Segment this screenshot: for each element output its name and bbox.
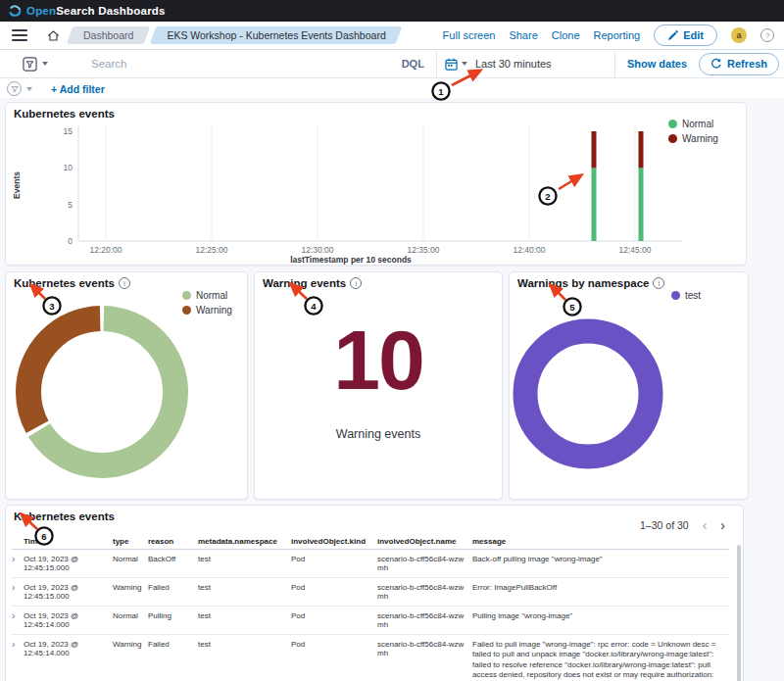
saved-query-icon[interactable] (23, 57, 48, 72)
cell-message: Failed to pull image "wrong-image": rpc … (472, 640, 729, 681)
events-table: Time type reason metadata.namespace invo… (12, 533, 729, 681)
nav-bar: Dashboard EKS Workshop - Kubernetes Even… (0, 22, 784, 50)
reporting-link[interactable]: Reporting (594, 29, 641, 41)
cell-reason: Failed (148, 640, 198, 649)
time-range-value[interactable]: Last 30 minutes (475, 58, 614, 70)
cell-namespace: test (198, 611, 291, 620)
add-filter-button[interactable]: + Add filter (51, 83, 105, 95)
panel-kubernetes-events-histogram: Kubernetes events 15 10 5 0 12:20:00 (5, 102, 747, 266)
y-axis-ticks: 15 10 5 0 (64, 126, 74, 246)
svg-text:5: 5 (68, 200, 73, 210)
opensearch-logo-icon (9, 5, 22, 18)
cell-kind: Pod (291, 640, 377, 649)
query-bar: DQL Last 30 minutes Show dates Refresh (0, 50, 784, 78)
cell-namespace: test (198, 583, 291, 592)
warning-dot-icon (668, 134, 677, 143)
breadcrumb-current-dashboard: EKS Workshop - Kubernetes Events Dashboa… (153, 26, 399, 44)
column-name[interactable]: involvedObject.name (377, 537, 472, 546)
table-header-row: Time type reason metadata.namespace invo… (12, 533, 729, 550)
metric-value: 10 (333, 317, 423, 402)
expand-row-icon[interactable]: › (12, 555, 24, 563)
chevron-down-icon (26, 87, 32, 91)
expand-row-icon[interactable]: › (12, 640, 24, 649)
svg-text:12:40:00: 12:40:00 (513, 245, 545, 255)
table-scrollbar[interactable] (737, 545, 741, 681)
cell-type: Warning (113, 583, 148, 592)
date-quick-select-button[interactable] (437, 58, 475, 71)
table-row: › Oct 19, 2023 @ 12:45:14.000 Warning Fa… (12, 635, 729, 681)
cell-namespace: test (198, 555, 291, 563)
pagination-range: 1–30 of 30 (640, 519, 689, 531)
table-row: › Oct 19, 2023 @ 12:45:14.000 Normal Pul… (12, 607, 729, 635)
column-time[interactable]: Time (24, 537, 113, 546)
table-row: › Oct 19, 2023 @ 12:45:15.000 Warning Fa… (12, 578, 729, 607)
pencil-icon (667, 30, 678, 41)
column-reason[interactable]: reason (148, 537, 198, 546)
prev-page-icon[interactable]: ‹ (703, 517, 708, 533)
show-dates-button[interactable]: Show dates (627, 58, 687, 70)
column-type[interactable]: type (113, 537, 148, 546)
cell-reason: Pulling (148, 611, 198, 620)
bars[interactable] (592, 131, 644, 241)
help-icon[interactable]: ? (760, 28, 774, 42)
x-axis-label: lastTimestamp per 10 seconds (290, 255, 412, 265)
donut-events-legend: Normal Warning (182, 290, 232, 316)
svg-text:12:20:00: 12:20:00 (89, 245, 122, 255)
query-language-button[interactable]: DQL (402, 58, 424, 70)
share-link[interactable]: Share (509, 29, 537, 41)
cell-time: Oct 19, 2023 @ 12:45:14.000 (24, 640, 113, 657)
nav-actions: Full screen Share Clone Reporting Edit a… (443, 24, 776, 46)
cell-name: scenario-b-cff56c84-wzwmh (377, 555, 472, 572)
cell-message: Pulling image "wrong-image" (472, 611, 729, 621)
home-icon[interactable] (47, 29, 60, 42)
svg-text:15: 15 (64, 126, 74, 136)
metric: 10 Warning events (255, 272, 502, 499)
edit-button[interactable]: Edit (654, 24, 717, 46)
avatar[interactable]: a (731, 27, 747, 43)
chevron-down-icon (462, 62, 467, 66)
calendar-icon (445, 58, 458, 71)
search-input[interactable] (89, 57, 396, 71)
legend-item-normal[interactable]: Normal (668, 119, 718, 129)
clone-link[interactable]: Clone (552, 29, 580, 41)
column-message[interactable]: message (472, 537, 729, 546)
svg-text:12:30:00: 12:30:00 (301, 245, 333, 255)
normal-dot-icon (182, 291, 191, 300)
filter-set-icon[interactable] (7, 81, 22, 96)
cell-kind: Pod (291, 611, 377, 620)
breadcrumb-dashboard[interactable]: Dashboard (70, 26, 147, 44)
cell-namespace: test (198, 640, 291, 649)
normal-dot-icon (668, 120, 677, 128)
refresh-icon (710, 58, 722, 70)
menu-icon[interactable] (12, 29, 27, 41)
legend-item-warning[interactable]: Warning (668, 133, 718, 144)
cell-name: scenario-b-cff56c84-wzwmh (377, 611, 472, 629)
histogram-legend: Normal Warning (668, 119, 718, 144)
column-kind[interactable]: involvedObject.kind (291, 537, 377, 546)
cell-type: Normal (113, 611, 148, 620)
legend-item-warning[interactable]: Warning (182, 305, 232, 316)
expand-row-icon[interactable]: › (12, 611, 24, 620)
app-title: OpenSearch Dashboards (26, 5, 166, 17)
dashboard-content: Kubernetes events 15 10 5 0 12:20:00 (0, 98, 784, 681)
legend-item-test[interactable]: test (671, 290, 701, 301)
cell-type: Warning (113, 640, 148, 649)
full-screen-link[interactable]: Full screen (443, 29, 496, 41)
expand-row-icon[interactable]: › (12, 583, 24, 592)
legend-item-normal[interactable]: Normal (182, 290, 232, 301)
svg-text:12:35:00: 12:35:00 (407, 245, 439, 255)
cell-message: Back-off pulling image "wrong-image" (472, 555, 729, 564)
svg-text:10: 10 (64, 163, 74, 172)
opensearch-dashboards-app: OpenSearch Dashboards Dashboard EKS Work… (0, 0, 784, 681)
column-namespace[interactable]: metadata.namespace (198, 537, 291, 546)
cell-time: Oct 19, 2023 @ 12:45:14.000 (24, 611, 113, 629)
cell-type: Normal (113, 555, 148, 563)
svg-text:12:45:00: 12:45:00 (618, 245, 651, 255)
next-page-icon[interactable]: › (720, 517, 725, 533)
pagination: 1–30 of 30 ‹ › (640, 517, 725, 533)
cell-kind: Pod (291, 555, 377, 563)
donut-namespace-svg[interactable] (510, 272, 748, 497)
filter-bar: + Add filter (0, 78, 784, 100)
svg-text:0: 0 (68, 236, 73, 246)
refresh-button[interactable]: Refresh (699, 53, 779, 75)
